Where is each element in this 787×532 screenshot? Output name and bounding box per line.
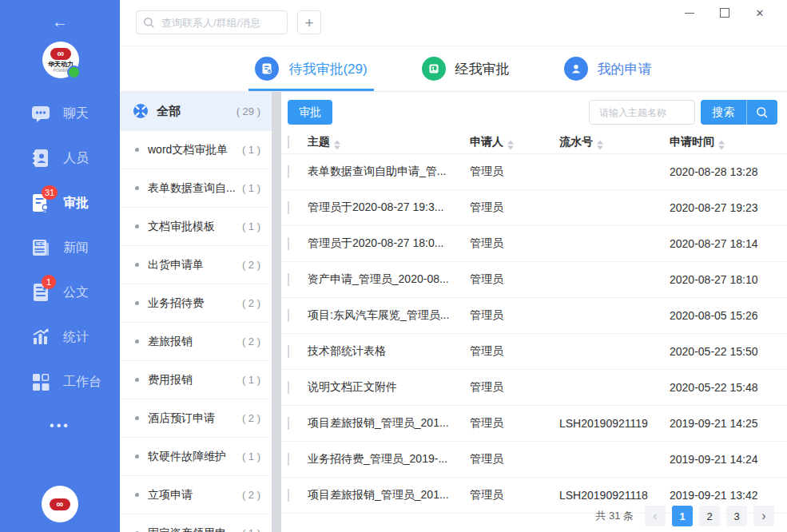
table-row[interactable]: 项目:东风汽车展览_管理员... 管理员 2020-08-05 15:26 xyxy=(281,298,787,334)
sidebar-item-people[interactable]: 人员 xyxy=(0,136,120,181)
category-all[interactable]: 全部 ( 29 ) xyxy=(120,92,272,130)
tab-my-applications[interactable]: 我的申请 xyxy=(564,46,652,91)
category-count: ( 1 ) xyxy=(242,451,260,463)
row-subject[interactable]: 管理员于2020-08-27 19:3... xyxy=(308,200,464,215)
row-applicant: 管理员 xyxy=(470,452,550,466)
row-subject[interactable]: 项目差旅报销_管理员_201... xyxy=(308,488,464,502)
header-subject[interactable]: 主题 xyxy=(308,134,464,149)
bullet-dot-icon xyxy=(135,493,139,497)
sidebar-item-approval[interactable]: 31 审批 xyxy=(0,181,120,225)
sort-icon[interactable] xyxy=(597,140,603,149)
prev-page-icon[interactable]: ‹ xyxy=(645,506,666,526)
infinity-logo-icon: ∞ xyxy=(50,498,70,510)
contact-search-box[interactable] xyxy=(136,10,288,34)
page-button[interactable]: 1 xyxy=(672,506,693,526)
row-applicant: 管理员 xyxy=(470,165,550,179)
minimize-icon[interactable] xyxy=(672,3,707,22)
table-row[interactable]: 资产申请_管理员_2020-08... 管理员 2020-08-27 18:10 xyxy=(281,262,787,298)
sidebar-item-news[interactable]: NEW 新闻 xyxy=(0,225,120,270)
row-applicant: 管理员 xyxy=(470,344,550,359)
subject-search-box[interactable] xyxy=(589,100,695,125)
category-count: ( 2 ) xyxy=(242,335,260,347)
category-scrollbar[interactable] xyxy=(272,92,281,532)
tab-pending-approval[interactable]: 待我审批(29) xyxy=(255,46,367,91)
category-label: 固定资产领用申... xyxy=(148,526,242,532)
sidebar-item-official-docs[interactable]: 1 公文 xyxy=(0,270,120,315)
header-applicant[interactable]: 申请人 xyxy=(470,134,550,149)
row-checkbox[interactable] xyxy=(288,453,289,466)
tab-label: 待我审批(29) xyxy=(288,60,367,78)
row-subject[interactable]: 技术部统计表格 xyxy=(308,344,464,359)
category-item[interactable]: 立项申请 ( 2 ) xyxy=(120,475,272,514)
row-checkbox[interactable] xyxy=(288,201,289,214)
row-apply-time: 2020-08-28 13:28 xyxy=(670,165,783,178)
row-checkbox[interactable] xyxy=(288,309,289,322)
more-menu-icon[interactable]: ••• xyxy=(0,419,120,433)
row-subject[interactable]: 说明文档正文附件 xyxy=(308,380,464,395)
sidebar-item-chat[interactable]: 聊天 xyxy=(0,91,120,136)
approve-button[interactable]: 审批 xyxy=(288,100,332,125)
category-item[interactable]: 业务招待费 ( 2 ) xyxy=(120,284,272,322)
page-button[interactable]: 2 xyxy=(699,506,720,526)
row-checkbox[interactable] xyxy=(288,381,289,394)
row-subject[interactable]: 表单数据查询自助申请_管... xyxy=(308,165,464,179)
maximize-icon[interactable] xyxy=(707,3,742,22)
row-subject[interactable]: 管理员于2020-08-27 18:0... xyxy=(308,236,464,251)
row-checkbox[interactable] xyxy=(288,273,289,286)
sort-icon[interactable] xyxy=(718,140,725,149)
table-row[interactable]: 说明文档正文附件 管理员 2020-05-22 15:48 xyxy=(281,370,787,406)
category-item[interactable]: 软硬件故障维护 ( 1 ) xyxy=(120,437,272,475)
category-item[interactable]: word文档审批单 ( 1 ) xyxy=(120,130,272,169)
row-checkbox[interactable] xyxy=(288,417,289,430)
logo-subtext: POWER xyxy=(54,68,69,73)
row-subject[interactable]: 项目:东风汽车展览_管理员... xyxy=(308,308,464,323)
category-item[interactable]: 酒店预订申请 ( 2 ) xyxy=(120,399,272,437)
sidebar-item-stats[interactable]: 统计 xyxy=(0,315,120,359)
contact-search-input[interactable] xyxy=(160,16,280,30)
close-icon[interactable]: ✕ xyxy=(742,3,777,22)
row-checkbox[interactable] xyxy=(288,165,289,178)
category-item[interactable]: 差旅报销 ( 2 ) xyxy=(120,322,272,360)
search-button[interactable]: 搜索 xyxy=(701,100,747,125)
table-row[interactable]: 业务招待费_管理员_2019-... 管理员 2019-09-21 14:24 xyxy=(281,442,787,478)
sidebar-item-workbench[interactable]: 工作台 xyxy=(0,359,120,404)
category-label: word文档审批单 xyxy=(148,143,242,157)
category-item[interactable]: 出货申请单 ( 2 ) xyxy=(120,245,272,284)
table-row[interactable]: 管理员于2020-08-27 18:0... 管理员 2020-08-27 18… xyxy=(281,226,787,262)
avatar[interactable]: ∞ 华天动力 POWER xyxy=(42,42,79,78)
select-all-checkbox[interactable] xyxy=(288,136,289,149)
row-apply-time: 2019-09-21 14:24 xyxy=(670,453,783,466)
row-checkbox[interactable] xyxy=(288,237,289,250)
add-button[interactable]: + xyxy=(297,10,321,34)
category-item[interactable]: 文档审批模板 ( 1 ) xyxy=(120,207,272,245)
row-subject[interactable]: 资产申请_管理员_2020-08... xyxy=(308,272,464,287)
row-subject[interactable]: 业务招待费_管理员_2019-... xyxy=(308,452,464,466)
category-item[interactable]: 固定资产领用申... ( 1 ) xyxy=(120,514,272,532)
pending-approval-icon xyxy=(255,57,279,81)
tab-approved-by-me[interactable]: 经我审批 xyxy=(422,46,510,91)
advanced-search-button[interactable] xyxy=(747,100,777,125)
next-page-icon[interactable]: › xyxy=(753,506,774,526)
category-item[interactable]: 表单数据查询自... ( 1 ) xyxy=(120,169,272,207)
row-checkbox[interactable] xyxy=(288,489,289,502)
category-label: 立项申请 xyxy=(148,488,242,502)
category-item[interactable]: 费用报销 ( 1 ) xyxy=(120,360,272,399)
collapse-back-icon[interactable]: ← xyxy=(0,13,120,31)
table-row[interactable]: 项目差旅报销_管理员_201... 管理员 LSH20190921119 201… xyxy=(281,406,787,442)
top-bar: + ✕ xyxy=(120,0,787,46)
total-count: 共 31 条 xyxy=(595,509,634,523)
header-apply-time[interactable]: 申请时间 xyxy=(670,134,783,149)
subject-search-input[interactable] xyxy=(598,106,686,119)
row-subject[interactable]: 项目差旅报销_管理员_201... xyxy=(308,416,464,431)
sort-icon[interactable] xyxy=(334,140,340,149)
tab-label: 经我审批 xyxy=(455,60,510,78)
bottom-brand-logo[interactable]: ∞ xyxy=(42,486,78,522)
table-row[interactable]: 管理员于2020-08-27 19:3... 管理员 2020-08-27 19… xyxy=(281,190,787,226)
table-row[interactable]: 技术部统计表格 管理员 2020-05-22 15:50 xyxy=(281,334,787,370)
page-button[interactable]: 3 xyxy=(726,506,747,526)
table-row[interactable]: 表单数据查询自助申请_管... 管理员 2020-08-28 13:28 xyxy=(281,154,787,190)
row-checkbox[interactable] xyxy=(288,345,289,358)
header-serial[interactable]: 流水号 xyxy=(559,134,665,149)
row-apply-time: 2020-05-22 15:48 xyxy=(670,381,783,394)
sort-icon[interactable] xyxy=(507,140,514,149)
